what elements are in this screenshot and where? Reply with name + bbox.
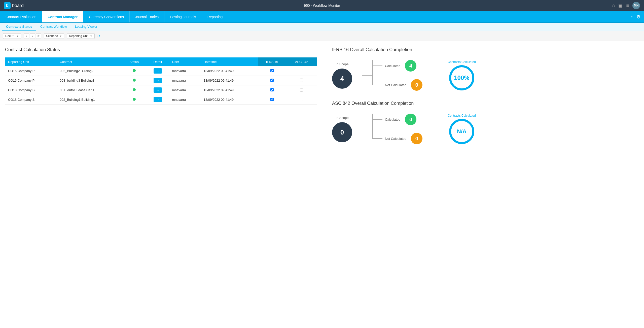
ifrs16-in-scope-circle: 4 — [332, 69, 352, 89]
asc842-checkbox[interactable] — [300, 98, 303, 101]
asc842-checkbox[interactable] — [300, 79, 303, 82]
ifrs16-in-scope-value: 4 — [340, 75, 344, 82]
ifrs16-calculated-row: Calculated 4 — [372, 60, 422, 72]
cell-asc842[interactable] — [286, 95, 317, 105]
asc842-not-calculated-label: Not Calculated — [385, 137, 406, 141]
ifrs16-checkbox[interactable] — [270, 88, 274, 91]
cell-user: mnavarra — [169, 76, 201, 85]
cell-detail[interactable]: → — [146, 76, 169, 85]
asc842-connector-h — [362, 129, 372, 129]
col-asc842: ASC 842 — [286, 57, 317, 66]
filter-bar: Dec.21 ▼ ‹ › ↺ Scenario ▼ Reporting Unit… — [0, 31, 644, 41]
sub-tab-contracts-status[interactable]: Contracts Status — [2, 23, 36, 31]
period-nav: ‹ › ↺ — [24, 33, 41, 39]
ifrs16-checkbox[interactable] — [270, 69, 274, 72]
asc842-diagram: In Scope 0 Calculated — [332, 114, 634, 144]
period-refresh-btn[interactable]: ↺ — [36, 33, 41, 39]
ifrs16-checkbox[interactable] — [270, 79, 274, 82]
ifrs16-checkbox[interactable] — [270, 98, 274, 101]
cell-ifrs16[interactable] — [258, 95, 287, 105]
page-title: 950 - Workflow Monitor — [304, 4, 340, 8]
tab-posting-journals[interactable]: Posting Journals — [164, 11, 202, 22]
cell-ifrs16[interactable] — [258, 85, 287, 95]
ifrs16-percent-container: Contracts Calculated 100% — [448, 60, 476, 90]
detail-button[interactable]: → — [154, 97, 162, 102]
user-avatar[interactable]: MN — [632, 2, 640, 9]
table-row: CO15 Company P 002_Bulding2 Bulding2 → m… — [5, 66, 317, 76]
ifrs16-in-scope-label: In Scope — [336, 62, 348, 66]
table-row: CO18 Company S 002_Building1 Building1 →… — [5, 95, 317, 105]
asc842-calculated-circle: 0 — [405, 114, 416, 125]
gear-nav-icon[interactable]: ⚙ — [636, 14, 640, 20]
cell-contract: 001_Auto1 Lease Car 1 — [57, 85, 122, 95]
asc842-not-calculated-circle: 0 — [411, 133, 422, 144]
detail-button[interactable]: → — [154, 78, 162, 83]
menu-icon[interactable]: ≡ — [626, 3, 629, 8]
sub-nav: Contracts Status Contract Workflow Leasi… — [0, 23, 644, 31]
status-dot — [133, 79, 136, 82]
scenario-arrow-icon: ▼ — [59, 35, 62, 38]
cell-asc842[interactable] — [286, 76, 317, 85]
table-row: CO18 Company S 001_Auto1 Lease Car 1 → m… — [5, 85, 317, 95]
ifrs16-v-line — [372, 60, 373, 85]
cell-datetime: 13/09/2022 09:41:49 — [201, 85, 258, 95]
cell-asc842[interactable] — [286, 85, 317, 95]
asc842-percent-container: Contracts Calculated N/A — [448, 114, 476, 144]
board-logo[interactable]: b board — [4, 2, 24, 9]
reporting-unit-value: Reporting Unit — [69, 34, 88, 38]
cell-datetime: 13/09/2022 09:41:49 — [201, 66, 258, 76]
cell-contract: 003_building3 Building3 — [57, 76, 122, 85]
cell-user: mnavarra — [169, 66, 201, 76]
home-icon[interactable]: ⌂ — [612, 3, 615, 8]
display-icon[interactable]: ▣ — [618, 3, 623, 8]
scenario-filter[interactable]: Scenario ▼ — [44, 33, 64, 39]
col-reporting-unit: Reporting Unit — [5, 57, 57, 66]
asc842-not-calculated-row: Not Calculated 0 — [372, 133, 422, 144]
tab-currency-conversions[interactable]: Currency Conversions — [83, 11, 130, 22]
col-detail: Detail — [146, 57, 169, 66]
ifrs16-diagram: In Scope 4 Calculated — [332, 60, 634, 91]
asc842-checkbox[interactable] — [300, 69, 303, 72]
tab-contract-manager[interactable]: Contract Manager — [42, 11, 83, 22]
cell-contract: 002_Bulding2 Bulding2 — [57, 66, 122, 76]
cell-ifrs16[interactable] — [258, 66, 287, 76]
ifrs16-contracts-calculated-label: Contracts Calculated — [448, 60, 476, 64]
cell-status — [122, 85, 146, 95]
col-status: Status — [122, 57, 146, 66]
tab-journal-entries[interactable]: Journal Entries — [130, 11, 164, 22]
cell-reporting-unit: CO18 Company S — [5, 95, 57, 105]
ifrs16-calculated-label: Calculated — [385, 64, 400, 68]
asc842-in-scope-circle: 0 — [332, 122, 352, 142]
cell-user: mnavarra — [169, 85, 201, 95]
cell-detail[interactable]: → — [146, 66, 169, 76]
sub-tab-contract-workflow[interactable]: Contract Workflow — [36, 23, 71, 31]
tab-contract-evaluation[interactable]: Contract Evaluation — [0, 11, 42, 22]
cell-detail[interactable]: → — [146, 95, 169, 105]
status-dot — [133, 98, 136, 101]
period-filter[interactable]: Dec.21 ▼ — [3, 33, 21, 39]
status-dot — [133, 88, 136, 91]
detail-button[interactable]: → — [154, 87, 162, 93]
cell-status — [122, 76, 146, 85]
reporting-unit-arrow-icon: ▼ — [90, 35, 92, 38]
cell-reporting-unit: CO15 Company P — [5, 76, 57, 85]
scenario-value: Scenario — [46, 34, 58, 38]
home-nav-icon[interactable]: ⌂ — [631, 14, 633, 19]
cell-datetime: 13/09/2022 09:41:49 — [201, 95, 258, 105]
period-next-btn[interactable]: › — [30, 33, 35, 39]
detail-button[interactable]: → — [154, 68, 162, 74]
ifrs16-calc-h-line — [372, 65, 382, 66]
period-prev-btn[interactable]: ‹ — [24, 33, 29, 39]
asc842-checkbox[interactable] — [300, 88, 303, 91]
asc842-calculated-row: Calculated 0 — [372, 114, 422, 125]
ifrs16-percent-circle: 100% — [449, 65, 474, 90]
global-refresh-btn[interactable]: ↺ — [97, 34, 100, 39]
cell-detail[interactable]: → — [146, 85, 169, 95]
asc842-not-calc-h-line — [372, 138, 382, 139]
col-datetime: Datetime — [201, 57, 258, 66]
cell-asc842[interactable] — [286, 66, 317, 76]
cell-ifrs16[interactable] — [258, 76, 287, 85]
reporting-unit-filter[interactable]: Reporting Unit ▼ — [67, 33, 95, 39]
tab-reporting[interactable]: Reporting — [202, 11, 229, 22]
sub-tab-leasing-viewer[interactable]: Leasing Viewer — [71, 23, 101, 31]
